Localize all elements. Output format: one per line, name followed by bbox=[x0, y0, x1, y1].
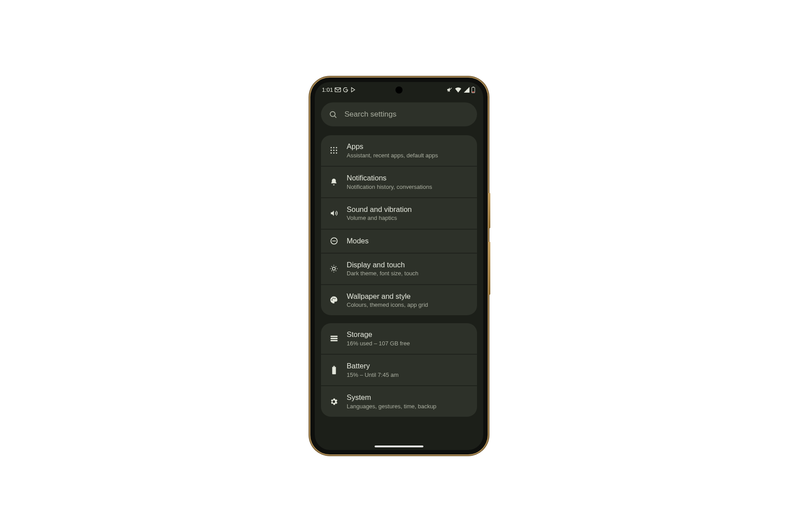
brightness-icon bbox=[329, 264, 339, 274]
power-button[interactable] bbox=[489, 242, 490, 295]
svg-rect-19 bbox=[330, 336, 337, 337]
svg-point-12 bbox=[333, 153, 335, 154]
row-title: Notifications bbox=[347, 173, 432, 183]
settings-row-apps[interactable]: Apps Assistant, recent apps, default app… bbox=[321, 135, 477, 166]
bell-icon bbox=[329, 177, 339, 187]
settings-row-display[interactable]: Display and touch Dark theme, font size,… bbox=[321, 253, 477, 284]
volume-button[interactable] bbox=[489, 193, 490, 228]
svg-point-5 bbox=[331, 147, 332, 149]
play-store-icon bbox=[350, 87, 356, 93]
svg-point-17 bbox=[332, 298, 333, 299]
settings-row-storage[interactable]: Storage 16% used – 107 GB free bbox=[321, 323, 477, 354]
svg-point-11 bbox=[331, 153, 332, 154]
gesture-nav-pill[interactable] bbox=[375, 446, 423, 447]
apps-grid-icon bbox=[329, 145, 339, 155]
svg-point-9 bbox=[333, 150, 335, 151]
battery-low-icon bbox=[471, 86, 475, 93]
row-title: Storage bbox=[347, 330, 410, 339]
svg-rect-20 bbox=[330, 338, 337, 339]
svg-point-13 bbox=[336, 153, 337, 154]
settings-row-sound[interactable]: Sound and vibration Volume and haptics bbox=[321, 197, 477, 229]
settings-group: Storage 16% used – 107 GB free Battery 1… bbox=[321, 323, 477, 417]
svg-rect-21 bbox=[330, 340, 337, 341]
svg-point-4 bbox=[330, 111, 335, 116]
row-title: System bbox=[347, 393, 436, 402]
row-title: Modes bbox=[347, 236, 369, 246]
search-bar[interactable] bbox=[321, 102, 477, 126]
dnd-icon bbox=[329, 236, 339, 246]
row-title: Display and touch bbox=[347, 260, 419, 270]
svg-point-10 bbox=[336, 150, 337, 151]
gear-icon bbox=[329, 397, 339, 407]
svg-point-18 bbox=[334, 298, 335, 299]
row-subtitle: Languages, gestures, time, backup bbox=[347, 403, 436, 410]
front-camera bbox=[395, 86, 403, 94]
row-title: Battery bbox=[347, 361, 399, 371]
search-input[interactable] bbox=[344, 110, 469, 119]
gmail-icon bbox=[335, 87, 341, 92]
signal-icon bbox=[463, 87, 469, 93]
svg-point-6 bbox=[333, 147, 335, 149]
wifi-icon bbox=[455, 87, 462, 93]
volume-icon bbox=[329, 208, 339, 218]
screen: 1:01 bbox=[315, 82, 483, 450]
storage-icon bbox=[329, 334, 339, 344]
row-title: Wallpaper and style bbox=[347, 292, 428, 301]
svg-point-7 bbox=[336, 147, 337, 149]
settings-row-wallpaper[interactable]: Wallpaper and style Colours, themed icon… bbox=[321, 284, 477, 316]
svg-point-15 bbox=[332, 267, 336, 270]
svg-rect-22 bbox=[332, 367, 336, 374]
google-g-icon bbox=[343, 87, 348, 93]
settings-row-modes[interactable]: Modes bbox=[321, 229, 477, 253]
svg-rect-3 bbox=[472, 91, 474, 92]
svg-point-16 bbox=[332, 300, 332, 301]
settings-row-battery[interactable]: Battery 15% – Until 7:45 am bbox=[321, 354, 477, 385]
battery-icon bbox=[329, 365, 339, 375]
svg-point-8 bbox=[331, 150, 332, 151]
settings-row-system[interactable]: System Languages, gestures, time, backup bbox=[321, 385, 477, 417]
row-subtitle: Colours, themed icons, app grid bbox=[347, 301, 428, 309]
svg-rect-2 bbox=[473, 86, 474, 87]
palette-icon bbox=[329, 295, 339, 305]
search-icon bbox=[329, 110, 337, 119]
settings-row-notifications[interactable]: Notifications Notification history, conv… bbox=[321, 166, 477, 197]
settings-group: Apps Assistant, recent apps, default app… bbox=[321, 135, 477, 315]
svg-rect-23 bbox=[333, 366, 334, 367]
row-subtitle: Assistant, recent apps, default apps bbox=[347, 152, 438, 159]
row-subtitle: Dark theme, font size, touch bbox=[347, 270, 419, 277]
row-title: Sound and vibration bbox=[347, 205, 412, 214]
row-subtitle: 16% used – 107 GB free bbox=[347, 340, 410, 347]
status-time: 1:01 bbox=[322, 86, 333, 93]
settings-list: Apps Assistant, recent apps, default app… bbox=[315, 135, 483, 450]
phone-frame: 1:01 bbox=[310, 78, 488, 454]
row-subtitle: Volume and haptics bbox=[347, 215, 412, 222]
row-subtitle: 15% – Until 7:45 am bbox=[347, 372, 399, 379]
mute-icon bbox=[446, 86, 453, 93]
row-title: Apps bbox=[347, 142, 438, 151]
row-subtitle: Notification history, conversations bbox=[347, 184, 432, 191]
